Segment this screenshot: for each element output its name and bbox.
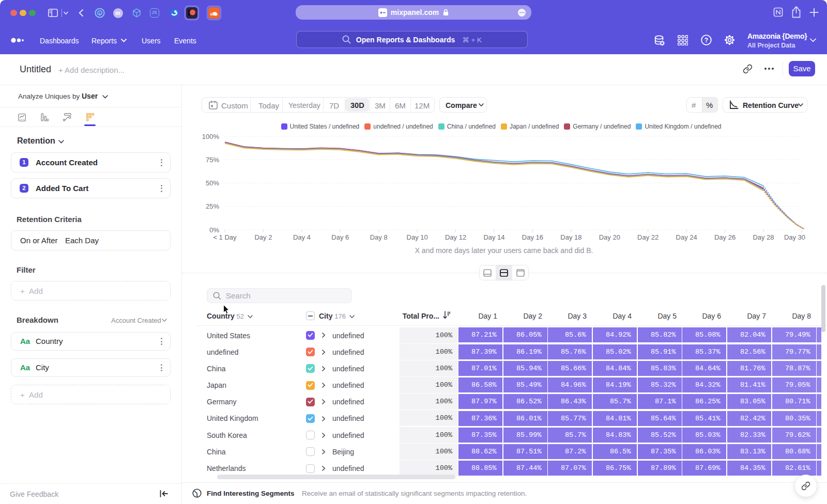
svg-text:50%: 50% (206, 179, 219, 187)
svg-text:Day 4: Day 4 (293, 233, 311, 241)
svg-text:?: ? (705, 37, 708, 44)
svg-text:0%: 0% (209, 226, 219, 234)
svg-text:Day 26: Day 26 (714, 233, 736, 241)
svg-text:Day 12: Day 12 (445, 233, 466, 241)
svg-text:Day 6: Day 6 (331, 233, 349, 241)
svg-text:75%: 75% (206, 156, 219, 164)
svg-text:Day 22: Day 22 (637, 233, 658, 241)
svg-text:Day 18: Day 18 (560, 233, 581, 241)
svg-text:100%: 100% (202, 133, 220, 140)
svg-text:Day 30: Day 30 (784, 233, 805, 241)
svg-text:Day 10: Day 10 (407, 233, 428, 241)
svg-text:Day 2: Day 2 (254, 233, 272, 241)
svg-text:Day 16: Day 16 (522, 233, 543, 241)
svg-text:Day 24: Day 24 (676, 233, 697, 241)
svg-text:Day 20: Day 20 (599, 233, 620, 241)
svg-text:< 1 Day: < 1 Day (213, 233, 237, 241)
svg-text:Day 14: Day 14 (483, 233, 504, 241)
svg-text:Day 8: Day 8 (370, 233, 388, 241)
svg-text:25%: 25% (206, 202, 219, 210)
svg-text:Day 28: Day 28 (753, 233, 774, 241)
